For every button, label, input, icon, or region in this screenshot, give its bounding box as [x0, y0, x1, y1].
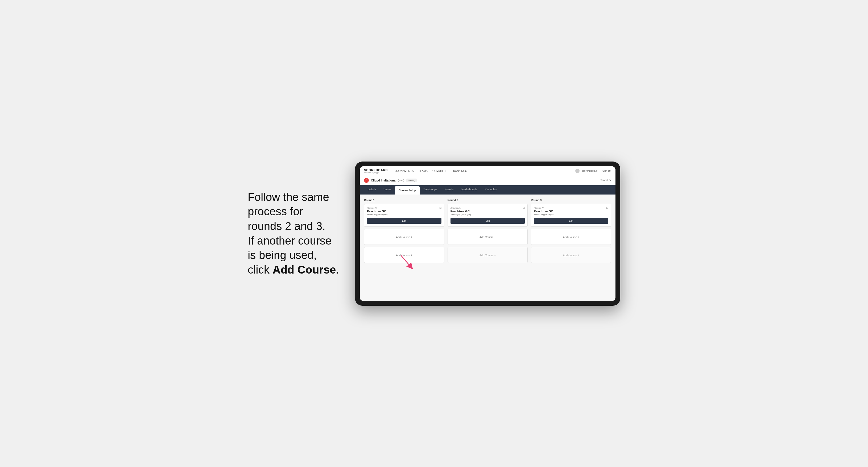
- round-2-course-card: (Course A) ⊡ Peachtree GC Yellow (M) (66…: [447, 204, 528, 227]
- logo-scoreboard: SCOREBOARD: [364, 168, 388, 172]
- tab-tee-groups[interactable]: Tee Groups: [420, 185, 441, 194]
- tab-teams[interactable]: Teams: [380, 185, 395, 194]
- round-3-add-course-label-2: Add Course +: [563, 254, 579, 257]
- tab-course-setup[interactable]: Course Setup: [395, 186, 420, 194]
- round-1-course-card: (Course A) ⊡ Peachtree GC Yellow (M) (66…: [364, 204, 444, 227]
- round-1-course-name: Peachtree GC: [367, 210, 441, 213]
- nav-tournaments[interactable]: TOURNAMENTS: [393, 169, 413, 173]
- user-avatar: [575, 169, 580, 173]
- round-2-course-details: Yellow (M) (6629 yds): [451, 213, 525, 216]
- round-1-add-course-label-1: Add Course +: [396, 236, 412, 239]
- round-1-edit-button[interactable]: Edit: [367, 218, 441, 224]
- round-3-course-tag: (Course A): [534, 207, 544, 209]
- round-2-add-course-2: Add Course +: [447, 247, 528, 263]
- rounds-grid: Round 1 (Course A) ⊡ Peachtree GC Yellow…: [364, 199, 611, 265]
- round-3-remove-btn[interactable]: ⊡: [606, 206, 608, 209]
- tablet-screen: SCOREBOARD Powered by clippd TOURNAMENTS…: [360, 166, 616, 301]
- tournament-logo: C: [364, 178, 369, 183]
- outer-container: Follow the same process for rounds 2 and…: [248, 161, 620, 306]
- round-3-course-details: Yellow (M) (6629 yds): [534, 213, 608, 216]
- round-1-column: Round 1 (Course A) ⊡ Peachtree GC Yellow…: [364, 199, 444, 265]
- round-1-course-tag: (Course A): [367, 207, 377, 209]
- hosting-badge: Hosting: [406, 179, 417, 182]
- nav-links: TOURNAMENTS TEAMS COMMITTEE RANKINGS: [393, 169, 575, 173]
- tab-results[interactable]: Results: [441, 185, 457, 194]
- main-content: Round 1 (Course A) ⊡ Peachtree GC Yellow…: [360, 194, 616, 301]
- round-1-add-course-1[interactable]: Add Course +: [364, 229, 444, 245]
- round-3-add-course-1[interactable]: Add Course +: [531, 229, 611, 245]
- tournament-name: Clippd Invitational: [371, 179, 396, 182]
- logo-area: SCOREBOARD Powered by clippd: [364, 168, 388, 174]
- round-1-remove-btn[interactable]: ⊡: [439, 206, 441, 209]
- logo-sub: Powered by clippd: [364, 172, 388, 174]
- sign-out-link[interactable]: Sign out: [602, 169, 611, 172]
- pipe: |: [600, 169, 600, 172]
- round-3-add-course-label-1: Add Course +: [563, 236, 579, 239]
- nav-right: blair@clippd.io | Sign out: [575, 169, 611, 173]
- tournament-header: C Clippd Invitational (Men) Hosting Canc…: [360, 176, 616, 185]
- round-1-course-details: Yellow (M) (6629 yds): [367, 213, 441, 216]
- tournament-gender: (Men): [398, 179, 404, 182]
- round-3-label: Round 3: [531, 199, 611, 202]
- round-2-edit-button[interactable]: Edit: [451, 218, 525, 224]
- tablet-frame: SCOREBOARD Powered by clippd TOURNAMENTS…: [355, 161, 620, 306]
- nav-rankings[interactable]: RANKINGS: [453, 169, 467, 173]
- tab-leaderboards[interactable]: Leaderboards: [457, 185, 481, 194]
- nav-committee[interactable]: COMMITTEE: [432, 169, 448, 173]
- top-nav: SCOREBOARD Powered by clippd TOURNAMENTS…: [360, 166, 616, 176]
- tabs-bar: Details Teams Course Setup Tee Groups Re…: [360, 185, 616, 194]
- round-2-course-tag: (Course A): [451, 207, 461, 209]
- user-email: blair@clippd.io: [582, 169, 597, 172]
- tab-printables[interactable]: Printables: [481, 185, 500, 194]
- round-1-add-course-2[interactable]: Add Course +: [364, 247, 444, 263]
- cancel-button[interactable]: Cancel ✕: [600, 179, 611, 182]
- nav-teams[interactable]: TEAMS: [418, 169, 428, 173]
- round-3-edit-button[interactable]: Edit: [534, 218, 608, 224]
- round-2-add-course-1[interactable]: Add Course +: [447, 229, 528, 245]
- round-1-add-course-label-2: Add Course +: [396, 254, 412, 257]
- tab-details[interactable]: Details: [364, 185, 380, 194]
- round-3-course-card: (Course A) ⊡ Peachtree GC Yellow (M) (66…: [531, 204, 611, 227]
- round-2-add-course-label-1: Add Course +: [479, 236, 496, 239]
- round-2-course-name: Peachtree GC: [451, 210, 525, 213]
- round-3-course-name: Peachtree GC: [534, 210, 608, 213]
- round-1-label: Round 1: [364, 199, 444, 202]
- round-2-column: Round 2 (Course A) ⊡ Peachtree GC Yellow…: [447, 199, 528, 265]
- round-2-add-course-label-2: Add Course +: [479, 254, 496, 257]
- instruction-text: Follow the same process for rounds 2 and…: [248, 190, 339, 277]
- round-3-add-course-2: Add Course +: [531, 247, 611, 263]
- round-3-column: Round 3 (Course A) ⊡ Peachtree GC Yellow…: [531, 199, 611, 265]
- round-2-remove-btn[interactable]: ⊡: [523, 206, 525, 209]
- round-2-label: Round 2: [447, 199, 528, 202]
